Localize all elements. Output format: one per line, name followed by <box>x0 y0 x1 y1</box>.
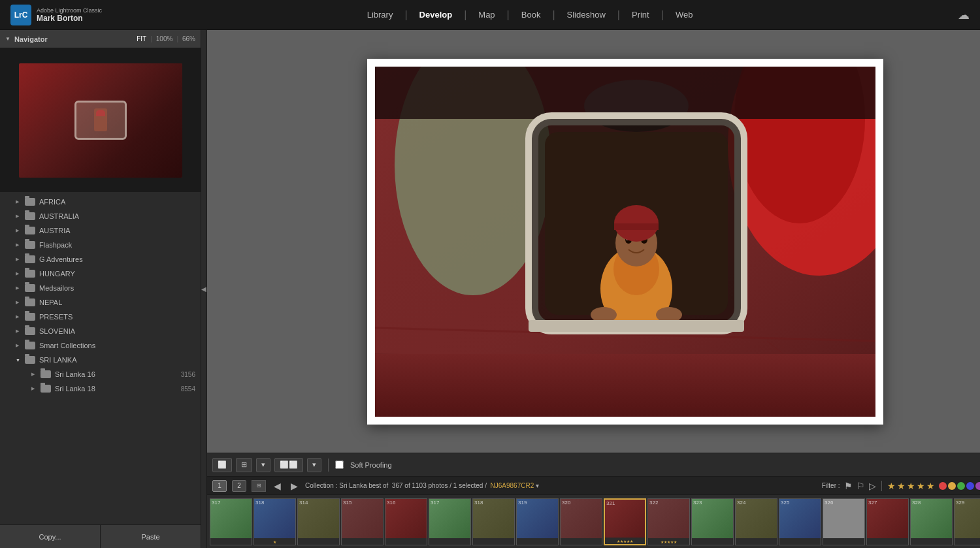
nav-book[interactable]: Book <box>512 7 550 22</box>
filter-yellow[interactable] <box>948 482 956 490</box>
folder-icon <box>25 313 35 321</box>
left-panel-collapse[interactable]: ◀ <box>201 30 207 548</box>
folder-icon <box>41 370 51 378</box>
navigator-collapse-triangle[interactable]: ▼ <box>5 36 10 42</box>
main-layout: ▼ Navigator FIT | 100% | 66% <box>0 30 980 548</box>
app-branding: LrC Adobe Lightroom Classic Mark Borton <box>10 5 102 25</box>
flag-pick-icon[interactable]: ⚑ <box>844 481 853 491</box>
folder-icon <box>25 241 35 249</box>
svg-rect-20 <box>614 223 659 230</box>
navigator-header: ▼ Navigator FIT | 100% | 66% <box>0 30 201 48</box>
zoom-100[interactable]: 100% <box>156 35 173 42</box>
film-thumb[interactable]: 317 <box>429 498 471 545</box>
navigator-preview[interactable] <box>0 48 201 192</box>
folder-item-slovenia[interactable]: ▶ SLOVENIA <box>0 324 201 338</box>
filter-blue[interactable] <box>966 482 974 490</box>
film-thumb[interactable]: 326 <box>823 498 865 545</box>
smart-collections-label: Smart Collections <box>39 342 195 349</box>
folder-icon <box>41 385 51 393</box>
folder-icon <box>25 356 35 364</box>
filmstrip-page-1[interactable]: 1 <box>212 480 227 492</box>
toolbar-dropdown[interactable]: ▾ <box>256 458 270 472</box>
soft-proofing-checkbox[interactable] <box>335 460 344 469</box>
nav-develop[interactable]: Develop <box>410 7 462 22</box>
film-thumb[interactable]: 314 <box>297 498 340 545</box>
film-thumb[interactable]: 323 <box>691 498 734 545</box>
zoom-fit[interactable]: FIT <box>137 35 146 42</box>
zoom-66[interactable]: 66% <box>182 35 195 42</box>
film-thumb[interactable]: 315 <box>341 498 384 545</box>
folder-triangle: ▶ <box>16 228 22 233</box>
nav-web[interactable]: Web <box>666 7 702 22</box>
copy-button[interactable]: Copy... <box>0 525 101 548</box>
label-dropdown[interactable]: ▾ <box>307 458 321 472</box>
filmstrip: 1 2 ⊞ ◀ ▶ Collection : Sri Lanka best of… <box>207 476 980 548</box>
folder-item-sri-lanka-18[interactable]: ▶ Sri Lanka 18 8554 <box>0 381 201 396</box>
film-thumb[interactable]: 316 <box>385 498 427 545</box>
folder-icon <box>25 327 35 335</box>
folder-triangle: ▶ <box>16 271 22 276</box>
folder-icon <box>25 298 35 306</box>
film-thumb[interactable]: 322 ★★★★★ <box>647 498 690 545</box>
nav-library[interactable]: Library <box>358 7 402 22</box>
paste-button[interactable]: Paste <box>101 525 201 548</box>
folder-item-sri-lanka[interactable]: ▼ SRI LANKA <box>0 353 201 367</box>
cloud-icon[interactable]: ☁ <box>958 8 970 22</box>
toolbar-separator <box>328 459 329 472</box>
folder-triangle: ▶ <box>31 372 38 377</box>
nav-slideshow[interactable]: Slideshow <box>558 7 615 22</box>
film-thumb[interactable]: 318 ★ <box>253 498 296 545</box>
film-thumb[interactable]: 319 <box>516 498 559 545</box>
nav-print[interactable]: Print <box>623 7 659 22</box>
filmstrip-photos: 317 318 ★ 314 315 <box>207 495 980 548</box>
color-label-button[interactable]: ⬜⬜ <box>274 458 303 472</box>
left-panel-bottom: Copy... Paste <box>0 524 201 548</box>
film-thumb[interactable]: 317 <box>210 498 252 545</box>
folder-item-austria[interactable]: ▶ AUSTRIA <box>0 223 201 238</box>
filmstrip-prev-button[interactable]: ◀ <box>271 480 283 492</box>
film-thumb[interactable]: 320 <box>560 498 602 545</box>
folder-item-gadventures[interactable]: ▶ G Adventures <box>0 252 201 266</box>
folder-icon <box>25 284 35 292</box>
folder-item-hungary[interactable]: ▶ HUNGARY <box>0 266 201 281</box>
folder-item-presets[interactable]: ▶ PRESETS <box>0 310 201 324</box>
filmstrip-grid-button[interactable]: ⊞ <box>252 480 266 492</box>
filter-purple[interactable] <box>975 482 980 490</box>
folder-item-sri-lanka-16[interactable]: ▶ Sri Lanka 16 3156 <box>0 367 201 381</box>
film-thumb[interactable]: 325 <box>779 498 821 545</box>
filmstrip-page-2[interactable]: 2 <box>232 480 246 492</box>
nav-map[interactable]: Map <box>469 7 504 22</box>
filter-green[interactable] <box>957 482 965 490</box>
film-thumb[interactable]: 318 <box>472 498 515 545</box>
folder-item-medsailors[interactable]: ▶ Medsailors <box>0 281 201 295</box>
folder-item-flashpack[interactable]: ▶ Flashpack <box>0 238 201 252</box>
filter-red[interactable] <box>939 482 947 490</box>
film-thumb[interactable]: 327 <box>866 498 909 545</box>
film-thumb[interactable]: 329 <box>954 498 980 545</box>
film-thumb-selected[interactable]: 321 ★★★★★ <box>604 498 646 545</box>
bottom-toolbar: ⬜ ⊞ ▾ ⬜⬜ ▾ Soft Proofing ▾ <box>207 453 980 476</box>
app-logo: LrC <box>10 5 31 25</box>
film-thumb[interactable]: 328 <box>910 498 953 545</box>
filter-stars[interactable]: ★ ★ ★ ★ ★ <box>887 481 935 491</box>
soft-proofing-label[interactable]: Soft Proofing <box>350 461 392 469</box>
folder-triangle: ▶ <box>16 242 22 248</box>
folder-list: ▶ AFRICA ▶ AUSTRALIA ▶ AUSTRIA ▶ Flashpa… <box>0 192 201 524</box>
folder-item-africa[interactable]: ▶ AFRICA <box>0 195 201 209</box>
folder-triangle: ▶ <box>16 199 22 204</box>
folder-item-australia[interactable]: ▶ AUSTRALIA <box>0 209 201 223</box>
crop-tool-button[interactable]: ⬜ <box>212 458 232 472</box>
photo-area <box>207 30 980 453</box>
folder-icon <box>25 255 35 263</box>
folder-triangle: ▶ <box>16 329 22 334</box>
folder-item-smart-collections[interactable]: ▶ Smart Collections <box>0 338 201 353</box>
flag-none-icon[interactable]: ▷ <box>869 481 876 491</box>
folder-triangle: ▶ <box>16 343 22 348</box>
flag-reject-icon[interactable]: ⚐ <box>857 481 865 491</box>
film-thumb[interactable]: 324 <box>735 498 777 545</box>
folder-triangle: ▶ <box>31 386 38 391</box>
filmstrip-next-button[interactable]: ▶ <box>288 480 300 492</box>
folder-item-nepal[interactable]: ▶ NEPAL <box>0 295 201 310</box>
grid-tool-button[interactable]: ⊞ <box>236 458 252 472</box>
module-nav: Library | Develop | Map | Book | Slidesh… <box>358 7 702 22</box>
